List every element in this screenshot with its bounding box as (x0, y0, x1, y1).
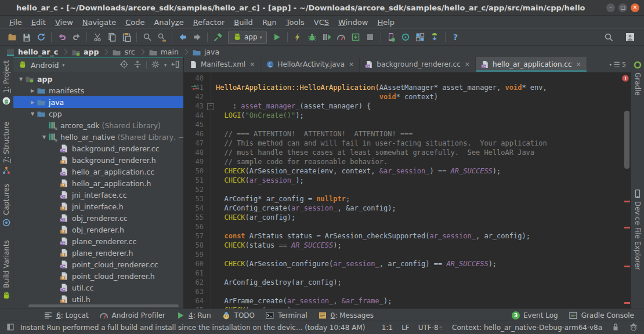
tool-stripe-7-structure[interactable]: 7: Structure (0, 122, 13, 175)
code-editor[interactable]: 4041HelloArApplication::HelloArApplicati… (184, 72, 631, 308)
tab-list-icon[interactable]: ☰ (613, 60, 620, 69)
error-stripe-mark[interactable] (624, 201, 630, 202)
menu-edit[interactable]: Edit (27, 17, 50, 28)
maximize-button[interactable]: □ (618, 3, 627, 12)
toolwindow-toggle-button[interactable] (6, 322, 15, 333)
paste-button[interactable] (119, 30, 133, 44)
error-stripe-mark[interactable] (624, 266, 630, 267)
tree-item-plane-renderer-h[interactable]: Hplane_renderer.h (13, 247, 183, 259)
expand-arrow-icon[interactable]: ▶ (28, 100, 37, 105)
settings-button[interactable] (151, 60, 160, 71)
run-config-selector[interactable]: app▾ (228, 31, 267, 44)
stop-button[interactable] (363, 30, 378, 44)
menu-refactor[interactable]: Refactor (189, 17, 230, 28)
close-tab-icon[interactable]: ✕ (465, 61, 470, 68)
tool-button-terminal[interactable]: Terminal (260, 311, 313, 320)
tree-item-util-h[interactable]: Hutil.h (13, 293, 183, 305)
editor-tab-helloaractivity-java[interactable]: CHelloArActivity.java✕ (261, 57, 360, 72)
help-button[interactable]: ? (448, 30, 463, 44)
menu-analyze[interactable]: Analyze (149, 17, 188, 28)
caret-position[interactable]: 1:1 (382, 324, 393, 332)
tree-item-hello-ar-application-cc[interactable]: C+hello_ar_application.cc (13, 166, 183, 177)
tree-item-java[interactable]: ▶java (13, 96, 183, 108)
tool-button-6-logcat[interactable]: 6: Logcat (38, 311, 94, 320)
collapse-arrow-icon[interactable]: ▼ (17, 77, 25, 82)
menu-file[interactable]: File (5, 17, 27, 28)
menu-code[interactable]: Code (121, 17, 149, 28)
close-tab-icon[interactable]: ✕ (349, 61, 354, 68)
menu-help[interactable]: Help (372, 17, 399, 28)
avatar-button[interactable] (623, 30, 637, 44)
tool-button-0-messages[interactable]: 0: Messages (313, 311, 379, 320)
tool-stripe-captures[interactable]: Captures (0, 184, 13, 227)
expand-arrow-icon[interactable]: ▶ (28, 88, 37, 93)
editor-tab-background-renderer-cc[interactable]: C+background_renderer.cc✕ (360, 57, 476, 72)
tree-item-manifests[interactable]: ▶manifests (13, 85, 183, 96)
tree-item-hello-ar-native[interactable]: ▼Nhello_ar_native (Shared Library, ~/ (13, 131, 183, 143)
menu-window[interactable]: Window (334, 17, 372, 28)
tree-item-obj-renderer-cc[interactable]: C+obj_renderer.cc (13, 212, 183, 224)
project-structure-button[interactable] (413, 30, 428, 44)
tree-item-plane-renderer-cc[interactable]: C+plane_renderer.cc (13, 235, 183, 247)
close-tab-icon[interactable]: ✕ (249, 61, 255, 68)
fold-marker-icon[interactable]: − (207, 103, 214, 110)
redo-button[interactable] (69, 30, 84, 44)
attach-debugger-button[interactable] (349, 30, 363, 44)
error-stripe-mark[interactable] (624, 302, 630, 304)
android-profiler-button[interactable] (334, 30, 349, 44)
error-indicator-icon[interactable]: ! (621, 74, 629, 82)
cut-button[interactable] (90, 30, 104, 44)
tree-item-background-renderer-h[interactable]: Hbackground_renderer.h (13, 154, 183, 166)
tree-item-app[interactable]: ▼app (13, 73, 183, 85)
tool-stripe-1-project[interactable]: 1: Project (0, 60, 13, 106)
save-all-button[interactable] (19, 30, 34, 44)
editor-tab-hello-ar-application-cc[interactable]: C+hello_ar_application.cc✕ (476, 57, 587, 72)
breadcrumb-hello-ar-c[interactable]: hello_ar_c (6, 48, 58, 57)
tree-item-arcore-sdk[interactable]: Narcore_sdk (Shared Library) (13, 119, 183, 131)
sdk-manager-button[interactable] (428, 30, 442, 44)
breadcrumb-app[interactable]: app (71, 48, 99, 57)
avd-manager-button[interactable] (384, 30, 399, 44)
build-context[interactable]: Context: hello_ar_native-Debug-arm64-v8a (452, 324, 602, 332)
debug-button[interactable] (305, 30, 320, 44)
instant-run-button[interactable] (291, 30, 305, 44)
menu-run[interactable]: Run (258, 17, 281, 28)
collapse-all-button[interactable] (133, 60, 142, 71)
tool-stripe-build-variants[interactable]: Build Variants (0, 240, 13, 300)
tool-button-4-run[interactable]: 4: Run (171, 311, 216, 320)
tree-item-hello-ar-application-h[interactable]: Hhello_ar_application.h (13, 177, 183, 189)
menu-view[interactable]: View (50, 17, 78, 28)
tree-item-obj-renderer-h[interactable]: Hobj_renderer.h (13, 224, 183, 235)
collapse-arrow-icon[interactable]: ▼ (28, 111, 37, 117)
close-tab-icon[interactable]: ✕ (576, 61, 581, 68)
menu-tools[interactable]: Tools (281, 17, 309, 28)
tree-item-point-cloud-renderer-cc[interactable]: C+point_cloud_renderer.cc (13, 259, 183, 270)
attach-profiler-button[interactable] (320, 30, 334, 44)
gradle-sync-button[interactable] (399, 30, 413, 44)
breadcrumb-main[interactable]: main (149, 48, 179, 57)
copy-button[interactable] (104, 30, 119, 44)
lock-icon[interactable] (611, 322, 620, 333)
tree-item-background-renderer-cc[interactable]: C+background_renderer.cc (13, 143, 183, 154)
error-stripe-mark[interactable] (624, 227, 630, 228)
find-button[interactable] (140, 30, 154, 44)
tree-item-cpp[interactable]: ▼cpp (13, 108, 183, 119)
tool-button-event-log[interactable]: 3Event Log (506, 311, 563, 320)
sync-button[interactable] (34, 30, 48, 44)
tree-item-jni-interface-cc[interactable]: C+jni_interface.cc (13, 189, 183, 201)
close-button[interactable]: ✕ (631, 3, 639, 12)
locate-button[interactable] (120, 60, 129, 71)
hide-panel-button[interactable] (171, 60, 180, 71)
tool-button-android-profiler[interactable]: Android Profiler (94, 311, 171, 320)
breadcrumb-java[interactable]: java (192, 48, 219, 57)
tool-button-todo[interactable]: TODO (216, 311, 260, 320)
line-ending-widget[interactable]: LF (401, 324, 410, 332)
search-everywhere-button[interactable] (601, 30, 616, 44)
build-button[interactable] (211, 30, 225, 44)
collapse-arrow-icon[interactable]: ▼ (40, 135, 48, 140)
tree-item-point-cloud-renderer-h[interactable]: Hpoint_cloud_renderer.h (13, 270, 183, 282)
chevron-down-icon[interactable]: ▾ (609, 62, 612, 67)
replace-button[interactable] (154, 30, 169, 44)
project-view-selector[interactable]: Android ▾ (18, 60, 64, 70)
menu-navigate[interactable]: Navigate (78, 17, 121, 28)
